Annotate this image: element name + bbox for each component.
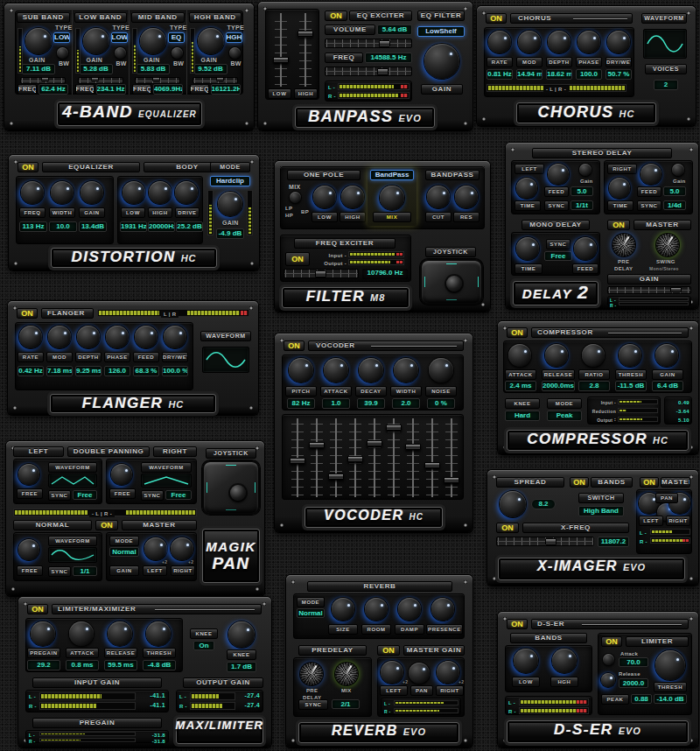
mod-value[interactable]: 14.94 ms <box>516 69 542 80</box>
peak-value[interactable]: 0.88 <box>631 694 652 704</box>
presence-knob[interactable] <box>431 598 454 621</box>
band-slider-7[interactable] <box>403 418 423 497</box>
thresh-value[interactable]: -11.5 dB <box>615 381 647 391</box>
damp-knob[interactable] <box>398 598 421 621</box>
waveform-button[interactable]: WAVEFORM <box>200 331 251 341</box>
freq-knob[interactable] <box>21 181 44 204</box>
master-left-button[interactable]: LEFT <box>143 565 167 576</box>
right-sync-value[interactable]: Free <box>165 490 192 500</box>
limiter-power-toggle[interactable]: ON <box>601 636 622 647</box>
band-slider-4[interactable] <box>346 418 365 497</box>
type-value[interactable]: EQ <box>168 32 185 43</box>
res-knob[interactable] <box>455 186 478 208</box>
left-free-button[interactable]: FREE <box>17 488 43 499</box>
master-power-toggle[interactable]: ON <box>377 645 400 656</box>
pan-button[interactable]: PAN <box>655 493 678 503</box>
left-sync-button[interactable]: SYNC <box>48 490 71 501</box>
sync-button[interactable]: SYNC <box>298 699 328 710</box>
attack-knob[interactable] <box>324 358 348 383</box>
feed-value[interactable]: 68.3 % <box>133 366 159 376</box>
swing-knob[interactable] <box>656 234 679 256</box>
master-waveform-button[interactable]: WAVEFORM <box>48 536 97 546</box>
attack-value[interactable]: 0.8 ms <box>66 660 99 670</box>
type-value[interactable]: LOW <box>111 32 128 43</box>
mode-value[interactable]: Normal <box>109 547 139 557</box>
release-value[interactable]: 2000.0 <box>619 678 648 688</box>
band-gain-knob[interactable] <box>83 28 109 54</box>
power-toggle[interactable]: ON <box>18 162 38 172</box>
xfreq-power-toggle[interactable]: ON <box>496 523 519 533</box>
mono-sync-button[interactable]: SYNC <box>546 239 570 249</box>
right-time-knob[interactable] <box>609 178 630 199</box>
noise-knob[interactable] <box>429 358 453 383</box>
attack-value[interactable]: 1.0 <box>322 398 350 409</box>
peak-button[interactable]: PEAK <box>601 694 629 705</box>
rate-value[interactable]: 0.42 Hz <box>18 366 44 376</box>
left-time-knob[interactable] <box>516 178 537 199</box>
freq-value[interactable]: 113 Hz <box>19 221 47 232</box>
joystick-puck[interactable] <box>230 485 246 501</box>
freq-button[interactable]: FREQ <box>18 84 37 95</box>
switch-button[interactable]: SWITCH <box>578 493 624 503</box>
freq-button[interactable]: FREQ <box>75 84 94 95</box>
low-value[interactable]: 1931 Hz <box>120 221 147 232</box>
left-waveform-button[interactable]: WAVEFORM <box>48 462 97 473</box>
waveform-display[interactable] <box>202 347 249 373</box>
decay-value[interactable]: 39.9 <box>357 398 385 409</box>
xfreq-slider[interactable] <box>496 537 594 546</box>
res-button[interactable]: RES <box>453 212 480 222</box>
phase-value[interactable]: 126.0 <box>104 366 130 376</box>
high-knob[interactable] <box>341 186 364 208</box>
spread-value[interactable]: 8.2 <box>531 499 556 509</box>
gain-knob[interactable] <box>424 44 459 79</box>
freq-value[interactable]: 62.4 Hz <box>38 84 68 95</box>
attack-value[interactable]: 2.4 ms <box>505 381 536 391</box>
exciter-power-toggle[interactable]: ON <box>285 252 310 266</box>
master-left-button[interactable]: LEFT <box>639 516 663 526</box>
mono-feed-button[interactable]: FEED <box>572 263 598 274</box>
right-time-button[interactable]: TIME <box>607 200 634 211</box>
pregain-value[interactable]: 29.2 <box>27 660 60 670</box>
knee-knob[interactable] <box>228 621 255 648</box>
low-knob[interactable] <box>514 649 538 673</box>
band-slider-3[interactable] <box>326 418 346 497</box>
master-gain-slider[interactable] <box>607 286 691 294</box>
master-left-knob[interactable] <box>381 661 403 684</box>
right-delay-knob[interactable] <box>640 164 662 185</box>
rate-value[interactable]: 0.81 Hz <box>486 69 513 80</box>
mod-knob[interactable] <box>48 326 71 348</box>
mod-value[interactable]: 7.18 ms <box>46 366 73 376</box>
waveform-button[interactable]: WAVEFORM <box>641 13 687 24</box>
release-knob[interactable] <box>545 344 568 367</box>
phase-value[interactable]: 100.0 <box>576 69 602 80</box>
left-sync-button[interactable]: SYNC <box>544 200 569 211</box>
xfreq-value[interactable]: 11807.2 <box>598 537 629 547</box>
center-mix-button[interactable]: MIX <box>373 212 411 222</box>
depth-knob[interactable] <box>548 31 570 53</box>
freq-slider[interactable] <box>78 77 123 84</box>
right-lfo-rate-knob[interactable] <box>111 464 132 485</box>
left-delay-knob[interactable] <box>548 164 569 185</box>
high-button[interactable]: HIGH <box>340 212 366 222</box>
master-sync-value[interactable]: 1/1 <box>73 566 97 576</box>
voices-button[interactable]: VOICES <box>645 64 687 74</box>
freq-value[interactable]: 16121.2Hz <box>211 84 241 95</box>
high-band-slider[interactable] <box>296 13 315 87</box>
bw-knob[interactable] <box>229 47 241 59</box>
freq-slider[interactable] <box>192 77 238 84</box>
release-knob[interactable] <box>108 621 132 646</box>
drywet-value[interactable]: 100.0 % <box>162 366 188 376</box>
cut-knob[interactable] <box>427 186 450 208</box>
mod-knob[interactable] <box>518 31 541 53</box>
bw-knob[interactable] <box>115 47 126 59</box>
sync-value[interactable]: 2/1 <box>332 699 360 709</box>
pitch-value[interactable]: 82 Hz <box>287 398 315 409</box>
release-value[interactable]: 59.5 ms <box>104 660 137 670</box>
ratio-value[interactable]: 2.8 <box>578 381 610 391</box>
high-button[interactable]: HGH <box>550 677 578 687</box>
band-slider-1[interactable] <box>288 418 307 497</box>
type-value[interactable]: HGH <box>226 32 242 43</box>
low-knob[interactable] <box>122 181 145 204</box>
knee-toggle-value[interactable]: On <box>193 641 214 650</box>
freq-slider[interactable] <box>135 77 180 84</box>
